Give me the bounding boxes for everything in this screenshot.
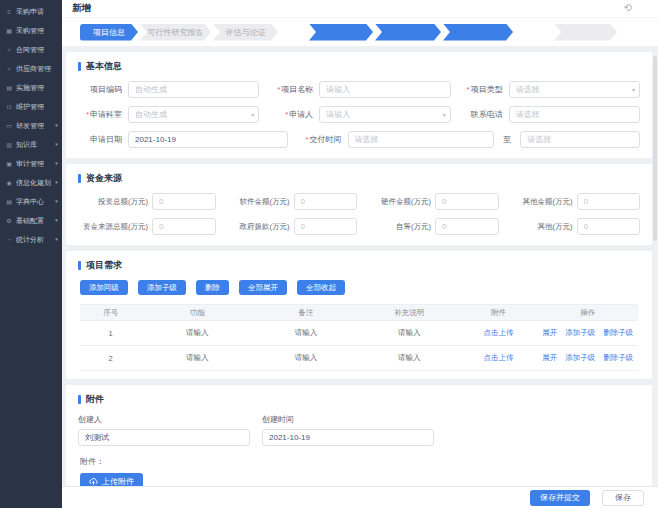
upload-cloud-icon xyxy=(89,478,98,486)
hardware-amount-input[interactable] xyxy=(435,193,499,210)
cell-remark-input[interactable]: 请输入 xyxy=(253,346,359,371)
section-bar xyxy=(78,395,81,404)
chevron-down-icon: ▾ xyxy=(55,123,58,129)
save-button[interactable]: 保存 xyxy=(602,490,644,506)
back-icon[interactable]: ⟲ xyxy=(624,2,632,13)
label-funding-total: 资金来源总额(万元) xyxy=(78,222,148,232)
label-contact-phone: 联系电话 xyxy=(457,109,503,120)
section-bar xyxy=(78,62,81,71)
project-type-select[interactable] xyxy=(509,81,640,98)
other-funding-input[interactable] xyxy=(577,218,641,235)
sidebar-item-basic-config[interactable]: ⚙ 基础配置 ▾ xyxy=(0,211,62,230)
sidebar-item-dictionary-center[interactable]: ▤ 字典中心 ▾ xyxy=(0,192,62,211)
grid-icon: ▦ xyxy=(5,27,13,34)
gov-grant-input[interactable] xyxy=(294,218,358,235)
col-header-no: 序号 xyxy=(80,305,141,321)
delivery-start-input[interactable] xyxy=(348,131,495,148)
sidebar-item-supplier-mgmt[interactable]: < 供应商管理 xyxy=(0,59,62,78)
wizard-step-6[interactable] xyxy=(443,24,513,41)
cell-remark-input[interactable]: 请输入 xyxy=(253,321,359,346)
create-time-input[interactable] xyxy=(262,429,434,446)
wizard-step-7[interactable] xyxy=(554,24,617,41)
topbar: 新增 ⟲ xyxy=(62,0,658,18)
share-icon: < xyxy=(5,47,13,53)
upload-link[interactable]: 点击上传 xyxy=(483,353,513,362)
col-header-remark: 备注 xyxy=(253,305,359,321)
funding-total-input[interactable] xyxy=(152,218,216,235)
label-hardware-amount: 硬件金额(万元) xyxy=(361,197,431,207)
cell-note-input[interactable]: 请输入 xyxy=(359,346,459,371)
creator-input[interactable] xyxy=(78,429,250,446)
label-applicant: *申请人 xyxy=(265,109,313,120)
applicant-select[interactable] xyxy=(319,106,450,123)
expand-all-button[interactable]: 全部展开 xyxy=(239,280,287,295)
cell-function-input[interactable]: 请输入 xyxy=(141,321,253,346)
sidebar: ≡ 采购申请 ▦ 采购管理 < 合同管理 < 供应商管理 ▤ 实施管理 ⊡ 维护… xyxy=(0,0,62,508)
expand-link[interactable]: 展开 xyxy=(542,353,557,362)
wizard-step-5[interactable] xyxy=(375,24,441,41)
section-bar xyxy=(78,174,81,183)
cell-no: 2 xyxy=(80,346,141,371)
delivery-end-input[interactable] xyxy=(520,131,640,148)
cell-function-input[interactable]: 请输入 xyxy=(141,346,253,371)
section-bar xyxy=(78,261,81,270)
contact-phone-input[interactable] xyxy=(509,106,640,123)
add-child-link[interactable]: 添加子级 xyxy=(565,328,595,337)
label-other-funding: 其他(万元) xyxy=(503,222,573,232)
section-requirements: 项目需求 添加同级 添加子级 删除 全部展开 全部收起 序号 功能 备注 xyxy=(66,251,652,379)
main-area: 新增 ⟲ 项目信息 可行性研究报告 评估与论证 基本信息 项目编码 xyxy=(62,0,658,508)
sidebar-item-rd-mgmt[interactable]: ▭ 研发管理 ▾ xyxy=(0,116,62,135)
sidebar-item-contract-mgmt[interactable]: < 合同管理 xyxy=(0,40,62,59)
folder-icon: ▭ xyxy=(5,122,13,129)
section-title-requirements: 项目需求 xyxy=(78,259,640,272)
apply-date-input[interactable] xyxy=(128,131,288,148)
col-header-function: 功能 xyxy=(141,305,253,321)
sidebar-item-audit-mgmt[interactable]: ▣ 审计管理 ▾ xyxy=(0,154,62,173)
wizard-step-project-info[interactable]: 项目信息 xyxy=(80,24,138,41)
page-title: 新增 xyxy=(72,2,91,15)
sidebar-item-implementation-mgmt[interactable]: ▤ 实施管理 xyxy=(0,78,62,97)
sidebar-item-knowledge-base[interactable]: ▥ 知识库 ▾ xyxy=(0,135,62,154)
globe-icon: ◉ xyxy=(5,179,13,186)
label-apply-date: 申请日期 xyxy=(78,134,122,145)
label-software-amount: 软件金额(万元) xyxy=(220,197,290,207)
save-and-submit-button[interactable]: 保存并提交 xyxy=(530,490,590,506)
add-sibling-button[interactable]: 添加同级 xyxy=(80,280,128,295)
cell-note-input[interactable]: 请输入 xyxy=(359,321,459,346)
collapse-all-button[interactable]: 全部收起 xyxy=(297,280,345,295)
sidebar-item-maintenance-mgmt[interactable]: ⊡ 维护管理 xyxy=(0,97,62,116)
sidebar-item-it-planning[interactable]: ◉ 信息化规划 ▾ xyxy=(0,173,62,192)
delete-child-link[interactable]: 删除子级 xyxy=(603,353,633,362)
scrollbar[interactable] xyxy=(653,56,657,241)
book-icon: ▥ xyxy=(5,141,13,148)
wizard-step-4[interactable] xyxy=(309,24,373,41)
upload-link[interactable]: 点击上传 xyxy=(483,328,513,337)
software-amount-input[interactable] xyxy=(294,193,358,210)
other-amount-input[interactable] xyxy=(577,193,641,210)
add-child-button[interactable]: 添加子级 xyxy=(138,280,186,295)
chevron-down-icon: ▾ xyxy=(55,180,58,186)
apply-dept-select[interactable] xyxy=(128,106,259,123)
add-child-link[interactable]: 添加子级 xyxy=(565,353,595,362)
delete-button[interactable]: 删除 xyxy=(196,280,229,295)
table-row: 2 请输入 请输入 请输入 点击上传 展开 添加子级 删除子级 xyxy=(80,346,638,371)
footer-bar: 保存并提交 保存 xyxy=(62,486,658,508)
expand-link[interactable]: 展开 xyxy=(542,328,557,337)
form-content: 基本信息 项目编码 *项目名称 *项目类型 ▾ *申请科室 xyxy=(62,46,658,486)
total-investment-input[interactable] xyxy=(152,193,216,210)
sidebar-item-purchase-request[interactable]: ≡ 采购申请 xyxy=(0,2,62,21)
label-other-amount: 其他金额(万元) xyxy=(503,197,573,207)
col-header-note: 补充说明 xyxy=(359,305,459,321)
upload-attachment-button[interactable]: 上传附件 xyxy=(80,473,143,486)
label-delivery-time: *交付时间 xyxy=(294,134,342,145)
sidebar-item-statistics[interactable]: ◔ 统计分析 ▾ xyxy=(0,230,62,249)
audit-icon: ▣ xyxy=(5,160,13,167)
self-raised-input[interactable] xyxy=(435,218,499,235)
wizard-step-feasibility-report[interactable]: 可行性研究报告 xyxy=(140,24,211,41)
gear-icon: ⚙ xyxy=(5,217,13,224)
sidebar-item-purchase-mgmt[interactable]: ▦ 采购管理 xyxy=(0,21,62,40)
project-name-input[interactable] xyxy=(319,81,450,98)
project-code-input[interactable] xyxy=(128,81,259,98)
wizard-step-evaluation[interactable]: 评估与论证 xyxy=(213,24,278,41)
delete-child-link[interactable]: 删除子级 xyxy=(603,328,633,337)
